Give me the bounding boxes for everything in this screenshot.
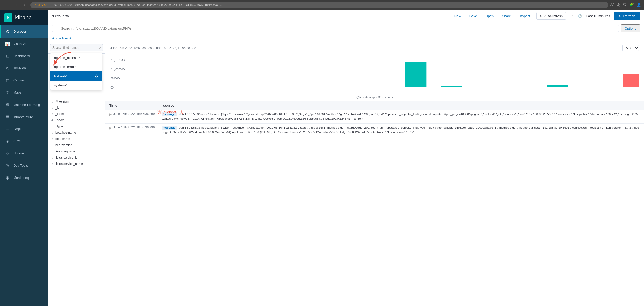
index-option-system-label: system-* bbox=[54, 83, 67, 87]
sidebar-item-monitoring[interactable]: ◉ Monitoring bbox=[0, 172, 48, 184]
uptime-icon: ♡ bbox=[5, 151, 10, 156]
monitoring-icon: ◉ bbox=[5, 175, 10, 180]
field-list: t @version t _id t _index # _score bbox=[48, 97, 105, 306]
share-button[interactable]: Share bbox=[500, 13, 513, 19]
forward-button[interactable]: → bbox=[12, 2, 20, 8]
search-input-wrap[interactable]: >_ bbox=[52, 25, 619, 32]
sidebar-item-dashboard-label: Dashboard bbox=[13, 54, 30, 58]
field-item-beat-version[interactable]: t beat.version bbox=[48, 142, 105, 148]
visualize-icon: 📊 bbox=[5, 41, 10, 46]
chart-area: June 16th 2022, 18:40:38.088 - June 16th… bbox=[105, 42, 644, 101]
sidebar-item-maps-label: Maps bbox=[13, 91, 22, 94]
table-row: 访问filebeat日志 ▶ June 16th 2022, 18:55:36.… bbox=[105, 110, 644, 124]
field-item-beat-name[interactable]: t beat.name bbox=[48, 136, 105, 142]
field-item-id[interactable]: t _id bbox=[48, 105, 105, 111]
add-filter-button[interactable]: Add a filter + bbox=[52, 36, 71, 40]
field-search-wrap: × bbox=[48, 42, 105, 54]
col-time-header: Time ↓ bbox=[109, 104, 161, 107]
field-name-index: _index bbox=[55, 112, 102, 116]
refresh-button[interactable]: ↻ Refresh bbox=[614, 12, 640, 20]
sort-icon[interactable]: ↓ bbox=[118, 104, 119, 107]
field-item-type[interactable]: t _type bbox=[48, 123, 105, 130]
open-button[interactable]: Open bbox=[483, 13, 496, 19]
field-item-beat-hostname[interactable]: t beat.hostname bbox=[48, 130, 105, 136]
table-row-content-1: ▶ June 16th 2022, 18:55:36.299 message: … bbox=[105, 110, 644, 123]
auto-refresh-icon: ↻ bbox=[540, 14, 543, 18]
field-name-fields-log-type: fields.log_type bbox=[55, 149, 102, 153]
svg-text:1,500: 1,500 bbox=[110, 59, 125, 62]
table-row-content-2: ▶ June 16th 2022, 18:55:36.299 message: … bbox=[105, 124, 644, 137]
field-search-input[interactable] bbox=[50, 44, 103, 51]
reload-button[interactable]: ↻ bbox=[22, 2, 28, 8]
field-name-id: _id bbox=[55, 106, 102, 110]
bar-1855-main bbox=[582, 87, 603, 87]
sidebar-item-timelion[interactable]: ∿ Timelion bbox=[0, 62, 48, 74]
field-item-version[interactable]: t @version bbox=[48, 98, 105, 105]
sidebar-item-logs[interactable]: ≡ Logs bbox=[0, 123, 48, 135]
sidebar-item-uptime[interactable]: ♡ Uptime bbox=[0, 147, 48, 159]
auto-select[interactable]: Auto bbox=[622, 45, 639, 51]
auto-refresh-button[interactable]: ↻ Auto-refresh bbox=[536, 12, 566, 20]
sidebar-item-discover[interactable]: ⊙ Discover bbox=[0, 25, 48, 38]
expand-icon-1[interactable]: ▶ bbox=[109, 113, 112, 116]
refresh-label: Refresh bbox=[623, 14, 635, 18]
field-search-clear-icon[interactable]: × bbox=[99, 46, 101, 50]
svg-text:500: 500 bbox=[110, 77, 120, 80]
address-bar[interactable]: ⚠ 不安全 | 192.168.80.20:5601/app/kibana#/d… bbox=[30, 2, 608, 8]
index-option-filebeat[interactable]: filebeat-* ⚙ bbox=[50, 71, 102, 81]
refresh-icon: ↻ bbox=[619, 14, 622, 18]
shield-icon: 🛡 bbox=[623, 3, 627, 7]
kibana-logo-icon: k bbox=[4, 13, 12, 22]
options-button[interactable]: Options bbox=[621, 24, 640, 32]
discover-icon: ⊙ bbox=[5, 29, 10, 34]
save-button[interactable]: Save bbox=[467, 13, 479, 19]
sidebar-item-logs-label: Logs bbox=[13, 127, 21, 131]
inspect-button[interactable]: Inspect bbox=[517, 13, 532, 19]
time-range-display: June 16th 2022, 18:40:38.088 - June 16th… bbox=[110, 46, 200, 50]
row-source-2: message: Jun 16 06:55:36 node1 kibana: {… bbox=[162, 126, 640, 135]
field-name-fields-service-name: fields.service_name bbox=[55, 162, 102, 166]
sidebar-item-machine-learning[interactable]: ⚙ Machine Learning bbox=[0, 99, 48, 111]
source-key-1: message: bbox=[162, 112, 177, 116]
sidebar-item-infrastructure[interactable]: ▤ Infrastructure bbox=[0, 111, 48, 123]
sidebar-item-dashboard[interactable]: ⊞ Dashboard bbox=[0, 50, 48, 62]
field-type-fields-service-name: t bbox=[51, 162, 54, 165]
svg-text:18:42:00: 18:42:00 bbox=[117, 89, 135, 90]
field-item-score[interactable]: # _score bbox=[48, 117, 105, 123]
filter-bar: Add a filter + bbox=[48, 35, 644, 42]
search-input[interactable] bbox=[61, 26, 615, 30]
sidebar-item-visualize[interactable]: 📊 Visualize bbox=[0, 38, 48, 50]
sidebar-item-canvas[interactable]: ◻ Canvas bbox=[0, 74, 48, 86]
search-prompt-icon: >_ bbox=[56, 26, 59, 30]
svg-text:18:52:00: 18:52:00 bbox=[471, 89, 489, 90]
source-val-2: Jun 16 06:55:36 node1 kibana: {"type":"r… bbox=[162, 126, 639, 134]
extensions-icon: 🧩 bbox=[629, 3, 634, 7]
field-item-fields-service-name[interactable]: t fields.service_name bbox=[48, 161, 105, 167]
row-time-1: June 16th 2022, 18:55:36.299 bbox=[113, 112, 162, 116]
index-option-system[interactable]: system-* bbox=[50, 81, 102, 90]
svg-text:0: 0 bbox=[110, 86, 114, 89]
sidebar-item-maps[interactable]: ◎ Maps bbox=[0, 86, 48, 99]
field-item-index[interactable]: t _index bbox=[48, 111, 105, 117]
nav-left-button[interactable]: ‹ bbox=[571, 14, 573, 18]
field-type-beat-hostname: t bbox=[51, 131, 54, 134]
new-button[interactable]: New bbox=[452, 13, 463, 19]
add-filter-icon: + bbox=[69, 36, 71, 40]
field-type-version: t bbox=[51, 100, 54, 103]
index-option-apache-access[interactable]: apache_access-* bbox=[50, 53, 102, 62]
top-actions: New Save Open Share Inspect ↻ Auto-refre… bbox=[452, 12, 640, 20]
field-item-fields-service-id[interactable]: t fields.service_id bbox=[48, 154, 105, 161]
field-item-fields-log-type[interactable]: t fields.log_type bbox=[48, 148, 105, 154]
sidebar-item-apm[interactable]: ◈ APM bbox=[0, 135, 48, 147]
sidebar-item-machine-learning-label: Machine Learning bbox=[13, 103, 40, 107]
svg-text:18:44:00: 18:44:00 bbox=[188, 89, 206, 90]
col-source-header: _source bbox=[161, 104, 640, 107]
index-option-apache-error[interactable]: apache_error-* bbox=[50, 62, 102, 71]
sidebar-item-dev-tools[interactable]: ✎ Dev Tools bbox=[0, 159, 48, 172]
back-button[interactable]: ← bbox=[3, 2, 10, 8]
canvas-icon: ◻ bbox=[5, 78, 10, 83]
maps-icon: ◎ bbox=[5, 90, 10, 95]
expand-icon-2[interactable]: ▶ bbox=[109, 126, 112, 130]
add-filter-label: Add a filter bbox=[52, 36, 68, 40]
gear-icon: ⚙ bbox=[95, 74, 98, 78]
